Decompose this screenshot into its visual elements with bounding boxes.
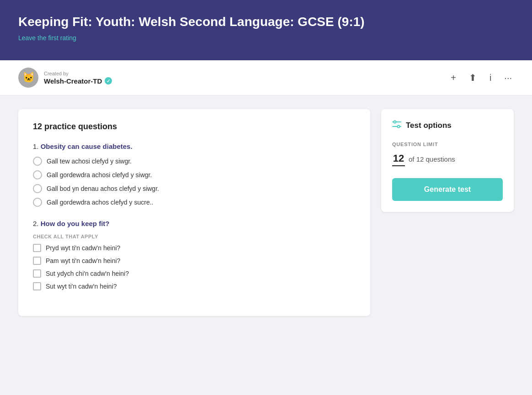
checkbox-option-2-3[interactable]: Sut ydych chi'n cadw'n heini? (33, 269, 356, 278)
radio-circle-1-3[interactable] (33, 184, 42, 193)
add-button[interactable]: + (449, 71, 458, 85)
question-2: 2. How do you keep fit? CHECK ALL THAT A… (33, 220, 356, 290)
verified-badge: ✓ (105, 77, 112, 84)
creator-label: Created by (44, 71, 112, 76)
creator-info: 🐱 Created by Welsh-Creator-TD ✓ (18, 68, 112, 88)
question-limit-label: QUESTION LIMIT (392, 142, 503, 147)
question-limit-number[interactable]: 12 (392, 153, 405, 166)
radio-circle-1-2[interactable] (33, 170, 42, 179)
radio-label-1-3: Gall bod yn denau achos clefyd y siwgr. (47, 185, 159, 192)
main-content: 12 practice questions 1. Obesity can cau… (0, 95, 532, 330)
creator-name: Welsh-Creator-TD ✓ (44, 77, 112, 85)
test-options-header: Test options (392, 120, 503, 131)
info-button[interactable]: i (488, 71, 493, 85)
checkbox-label-2-2: Pam wyt ti'n cadw'n heini? (46, 257, 120, 264)
page-title: Keeping Fit: Youth: Welsh Second Languag… (18, 15, 514, 29)
sliders-icon (392, 120, 401, 131)
page-header: Keeping Fit: Youth: Welsh Second Languag… (0, 0, 532, 60)
question-2-label: How do you keep fit? (41, 220, 110, 227)
creator-details: Created by Welsh-Creator-TD ✓ (44, 71, 112, 85)
checkbox-2-4[interactable] (33, 282, 41, 290)
question-1: 1. Obesity can cause diabetes. Gall tew … (33, 142, 356, 207)
checkbox-option-2-4[interactable]: Sut wyt ti'n cadw'n heini? (33, 282, 356, 290)
checkbox-label-2-3: Sut ydych chi'n cadw'n heini? (46, 270, 129, 277)
questions-title: 12 practice questions (33, 122, 356, 132)
question-1-number: 1. (33, 142, 41, 150)
checkbox-2-1[interactable] (33, 244, 41, 252)
radio-circle-1-1[interactable] (33, 157, 42, 166)
more-button[interactable]: ··· (502, 71, 514, 85)
question-limit-row: 12 of 12 questions (392, 153, 503, 166)
rating-link[interactable]: Leave the first rating (18, 34, 76, 42)
radio-option-1-2[interactable]: Gall gordewdra achosi clefyd y siwgr. (33, 170, 356, 179)
checkbox-option-2-2[interactable]: Pam wyt ti'n cadw'n heini? (33, 257, 356, 265)
svg-point-3 (398, 126, 400, 128)
avatar: 🐱 (18, 68, 38, 88)
radio-circle-1-4[interactable] (33, 198, 42, 207)
checkbox-2-3[interactable] (33, 269, 41, 278)
test-options-title: Test options (406, 121, 452, 130)
radio-option-1-1[interactable]: Gall tew achosi clefyd y siwgr. (33, 157, 356, 166)
question-1-text: 1. Obesity can cause diabetes. (33, 142, 356, 150)
radio-label-1-1: Gall tew achosi clefyd y siwgr. (47, 158, 132, 165)
generate-test-button[interactable]: Generate test (392, 178, 503, 201)
radio-label-1-2: Gall gordewdra achosi clefyd y siwgr. (47, 171, 152, 179)
creator-bar: 🐱 Created by Welsh-Creator-TD ✓ + ⬆ i ··… (0, 60, 532, 95)
question-limit-of-label: of 12 questions (409, 155, 455, 163)
radio-label-1-4: Gall gordewdra achos clefyd y sucre.. (47, 199, 153, 206)
test-options-panel: Test options QUESTION LIMIT 12 of 12 que… (381, 109, 514, 212)
question-2-text: 2. How do you keep fit? (33, 220, 356, 227)
checkbox-option-2-1[interactable]: Pryd wyt ti'n cadw'n heini? (33, 244, 356, 252)
share-button[interactable]: ⬆ (467, 70, 479, 85)
checkbox-2-2[interactable] (33, 257, 41, 265)
question-1-label: Obesity can cause diabetes. (41, 142, 133, 150)
questions-panel: 12 practice questions 1. Obesity can cau… (18, 109, 370, 316)
check-all-label: CHECK ALL THAT APPLY (33, 234, 356, 239)
radio-option-1-4[interactable]: Gall gordewdra achos clefyd y sucre.. (33, 198, 356, 207)
question-2-number: 2. (33, 220, 41, 227)
checkbox-label-2-4: Sut wyt ti'n cadw'n heini? (46, 283, 117, 290)
svg-point-1 (394, 121, 396, 123)
checkbox-label-2-1: Pryd wyt ti'n cadw'n heini? (46, 244, 120, 252)
radio-option-1-3[interactable]: Gall bod yn denau achos clefyd y siwgr. (33, 184, 356, 193)
toolbar: + ⬆ i ··· (449, 70, 514, 85)
